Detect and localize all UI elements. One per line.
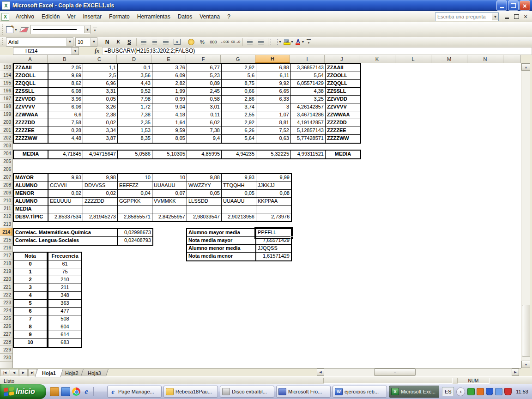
start-button[interactable]: Inicio: [0, 384, 46, 399]
stat-value-cell[interactable]: 9,98: [83, 174, 118, 182]
ie-icon[interactable]: e: [82, 387, 91, 396]
grade-cell[interactable]: 5,54: [291, 72, 326, 80]
nota-cell[interactable]: 7: [14, 315, 47, 323]
grade-cell[interactable]: 0,05: [83, 96, 118, 103]
row-header-218[interactable]: 218: [0, 260, 12, 267]
grade-cell[interactable]: 6,02: [187, 119, 222, 127]
grade-cell[interactable]: 3,87: [83, 135, 118, 143]
row-header-221[interactable]: 221: [0, 283, 12, 291]
grade-cell[interactable]: 6,11: [256, 72, 291, 80]
column-header-I[interactable]: I: [290, 55, 325, 63]
grade-cell[interactable]: 9,04: [152, 103, 187, 111]
grade-cell[interactable]: 2,55: [222, 111, 256, 119]
grade-cell[interactable]: 3,96: [48, 96, 83, 103]
grade-cell[interactable]: 8,35: [118, 135, 152, 143]
grade-cell[interactable]: 1,99: [152, 88, 187, 96]
menu-item-edicin[interactable]: Edición: [38, 12, 63, 21]
align-left-button[interactable]: [139, 37, 149, 47]
grade-cell[interactable]: 6,6: [48, 111, 83, 119]
row-header-199[interactable]: 199: [0, 110, 12, 118]
grade-cell[interactable]: 3,76: [152, 64, 187, 72]
font-name-select[interactable]: Arial▼: [6, 37, 73, 47]
prev-sheet-button[interactable]: ◀: [10, 369, 18, 377]
grade-cell[interactable]: 0,11: [187, 111, 222, 119]
grade-cell[interactable]: 3,34: [83, 127, 118, 135]
doc-restore-button[interactable]: [513, 13, 520, 20]
nota-cell[interactable]: 6: [14, 308, 47, 315]
grade-cell[interactable]: 6,06: [48, 103, 83, 111]
grade-cell[interactable]: 9,59: [152, 127, 187, 135]
student-name-cell[interactable]: ZZZZDD: [14, 119, 48, 127]
media-value-cell[interactable]: 4,85995: [187, 151, 222, 158]
grade-cell[interactable]: 3,26: [83, 103, 118, 111]
close-button[interactable]: [520, 0, 530, 11]
row-header-228[interactable]: 228: [0, 338, 12, 346]
grade-cell[interactable]: 1,07: [256, 111, 291, 119]
formula-input[interactable]: =BUSCARV(H215;I3:J202;2;FALSO): [102, 47, 532, 55]
scroll-right-button[interactable]: ▶: [512, 369, 519, 376]
stat-value-cell[interactable]: UUAAUU: [222, 198, 256, 206]
stat-value-cell[interactable]: 2,98033547: [187, 213, 222, 221]
grade-cell[interactable]: 5,77428571: [291, 135, 326, 143]
row-header-215[interactable]: 215: [0, 236, 12, 244]
next-sheet-button[interactable]: ▶: [19, 369, 28, 377]
scroll-down-button[interactable]: ▼: [521, 361, 531, 368]
name-box-dropdown[interactable]: ▼: [72, 47, 79, 55]
row-header-225[interactable]: 225: [0, 314, 12, 322]
clock-icon[interactable]: [50, 387, 59, 396]
grade-cell[interactable]: 8,81: [256, 119, 291, 127]
student-name-cell[interactable]: ZZAAII: [326, 64, 360, 72]
menu-item-?[interactable]: ?: [224, 12, 234, 21]
grade-cell[interactable]: 2,86: [222, 96, 256, 103]
grade-cell[interactable]: 4,38: [291, 88, 326, 96]
font-size-select[interactable]: 10▼: [75, 37, 97, 47]
grade-cell[interactable]: 0,66: [222, 88, 256, 96]
media-value-cell[interactable]: 5,10305: [152, 151, 187, 158]
antivirus-v-icon[interactable]: [486, 388, 493, 395]
stat-value-cell[interactable]: EEUUUU: [48, 198, 83, 206]
security-alert-icon[interactable]: [504, 388, 512, 395]
student-name-cell[interactable]: ZZVVVV: [14, 103, 48, 111]
erase-border-button[interactable]: [19, 25, 29, 35]
nota-cell[interactable]: 5: [14, 300, 47, 308]
nota-cell[interactable]: 3: [14, 284, 47, 292]
stat-value-cell[interactable]: 2,85337534: [48, 213, 83, 221]
task-button-excel[interactable]: XMicrosoft Exc...: [389, 386, 443, 398]
frecuencia-cell[interactable]: 604: [48, 323, 81, 331]
line-style-select[interactable]: ▼: [30, 25, 91, 34]
frecuencia-cell[interactable]: 348: [48, 292, 81, 300]
vertical-split-handle[interactable]: [521, 55, 530, 64]
summary-label-cell[interactable]: Alumno menor media: [187, 245, 256, 253]
row-header-193[interactable]: 193: [0, 63, 12, 71]
increase-indent-button[interactable]: [256, 37, 266, 47]
column-header-H[interactable]: H: [255, 55, 290, 63]
nota-cell[interactable]: 2: [14, 276, 47, 284]
network-icon[interactable]: [495, 388, 502, 395]
align-right-button[interactable]: [161, 37, 171, 47]
task-button-word[interactable]: Wejercicios reb...: [332, 386, 387, 398]
media-value-cell[interactable]: 5,0586: [118, 151, 152, 158]
stat-value-cell[interactable]: 9,99: [256, 174, 291, 182]
increase-decimal-button[interactable]: ←0 00: [219, 37, 230, 47]
student-name-cell[interactable]: ZZZZWW: [326, 135, 360, 143]
row-header-198[interactable]: 198: [0, 103, 12, 110]
menu-item-archivo[interactable]: Archivo: [12, 12, 38, 21]
stat-value-cell[interactable]: 2,85855571: [118, 213, 152, 221]
summary-value-cell[interactable]: JJQQSS: [256, 245, 291, 253]
column-header-E[interactable]: E: [151, 55, 186, 63]
stat-label-cell[interactable]: MENOR: [14, 190, 48, 198]
stat-value-cell[interactable]: 10: [118, 174, 152, 182]
grade-cell[interactable]: 2,92: [222, 64, 256, 72]
row-header-224[interactable]: 224: [0, 307, 12, 314]
summary-value-cell[interactable]: 1,61571429: [256, 253, 291, 260]
stat-value-cell[interactable]: 10: [152, 174, 187, 182]
row-header-201[interactable]: 201: [0, 126, 12, 134]
task-button-folder[interactable]: Rebeca18Pau...: [163, 386, 218, 398]
grade-cell[interactable]: 2,35: [118, 119, 152, 127]
grade-cell[interactable]: 3: [256, 103, 291, 111]
stat-value-cell[interactable]: 9,88: [187, 174, 222, 182]
frecuencia-cell[interactable]: 363: [48, 300, 81, 308]
italic-button[interactable]: K: [113, 37, 123, 47]
grade-cell[interactable]: 2,5: [83, 72, 118, 80]
scroll-up-button[interactable]: ▲: [521, 63, 531, 71]
